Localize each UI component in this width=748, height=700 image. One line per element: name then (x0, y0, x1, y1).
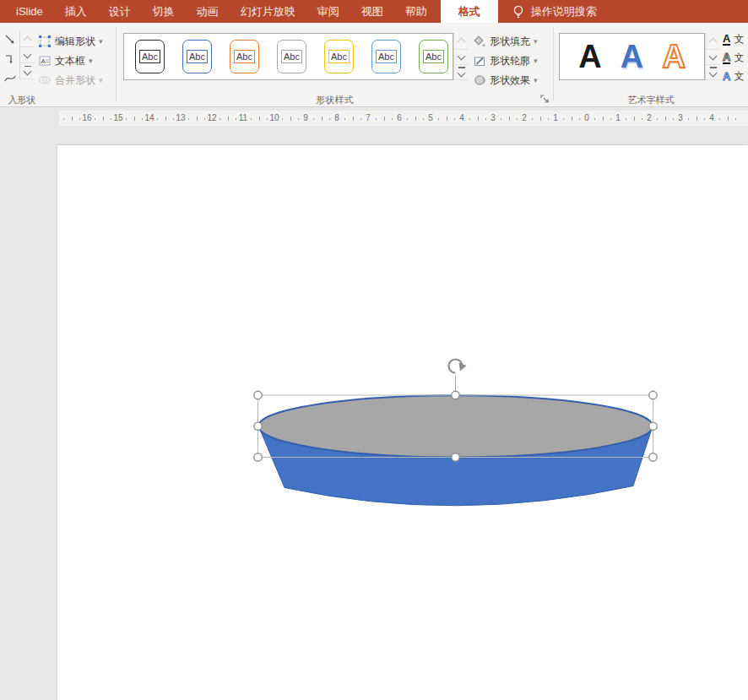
shape-style-preview-text: Abc (423, 50, 444, 63)
ruler-tick (165, 117, 166, 121)
shape-style-thumb-2[interactable]: Abc (182, 40, 212, 73)
shape-fill-icon (473, 35, 486, 48)
ruler-tick (103, 117, 104, 121)
ruler-tick (126, 118, 127, 120)
tab-format[interactable]: 格式 (441, 0, 498, 23)
menu-tab-2[interactable]: 设计 (98, 0, 142, 23)
ruler-tick (697, 117, 697, 121)
text-effects-icon: A (723, 71, 730, 82)
ruler-number: 0 (584, 111, 589, 126)
ruler-number: 4 (709, 111, 714, 126)
scroll-up-button[interactable] (20, 31, 35, 47)
menu-tab-islide[interactable]: iSlide (5, 0, 54, 23)
elbow-connector-icon[interactable] (3, 52, 17, 66)
tell-me-search[interactable]: 操作说明搜索 (512, 0, 597, 23)
wordart-group-label: 艺术字样式 (554, 94, 748, 106)
group-separator (553, 27, 554, 101)
ruler-tick (688, 118, 689, 120)
shape-style-thumb-3[interactable]: Abc (230, 40, 259, 73)
wordart-style-black[interactable]: A (578, 41, 601, 73)
shape-styles-group-label: 形状样式 (118, 94, 551, 106)
ruler-number: 14 (144, 111, 154, 126)
gallery-more-button[interactable] (454, 65, 469, 80)
gallery-more-button[interactable] (706, 65, 720, 80)
text-effects-button[interactable]: A文 (723, 68, 748, 84)
ribbon-tabs-bar: iSlide插入设计切换动画幻灯片放映审阅视图帮助 格式 操作说明搜索 (0, 0, 748, 23)
shape-fill-button[interactable]: 形状填充 ▾ (473, 33, 538, 50)
scroll-down-button[interactable] (20, 47, 35, 63)
ruler-tick (384, 117, 385, 121)
chevron-down-icon: ▾ (89, 57, 93, 65)
ruler-tick (673, 118, 674, 120)
shape-style-thumb-4[interactable]: Abc (277, 40, 306, 73)
scroll-up-button[interactable] (454, 33, 469, 50)
ruler-number: 1 (553, 111, 558, 126)
shape-style-preview-text: Abc (139, 50, 160, 63)
ruler-tick (485, 118, 486, 120)
ruler-tick (298, 118, 299, 120)
ruler-tick (540, 117, 541, 121)
menu-tab-5[interactable]: 幻灯片放映 (230, 0, 306, 23)
edit-shape-icon (38, 35, 51, 48)
ruler-tick (313, 118, 314, 120)
shape-effects-label: 形状效果 (490, 73, 530, 88)
edit-shape-button[interactable]: 编辑形状 ▾ (38, 33, 103, 50)
gallery-more-button[interactable] (20, 63, 35, 79)
ruler-tick (267, 118, 268, 120)
ruler-tick (548, 118, 549, 120)
ruler-tick (447, 117, 447, 121)
ruler-tick (626, 118, 626, 120)
ruler-tick (111, 118, 111, 120)
ruler-number: 15 (113, 111, 122, 126)
text-outline-label: 文 (734, 51, 744, 65)
ruler-tick (204, 118, 205, 120)
menu-tabs: iSlide插入设计切换动画幻灯片放映审阅视图帮助 (5, 0, 438, 23)
menu-tab-6[interactable]: 审阅 (306, 0, 350, 23)
ruler-tick (157, 118, 158, 120)
menu-tab-1[interactable]: 插入 (54, 0, 98, 23)
text-outline-button[interactable]: A文 (723, 50, 748, 66)
ruler-tick (251, 118, 252, 120)
curve-icon[interactable] (3, 72, 17, 85)
ruler-tick (572, 117, 572, 121)
shape-style-thumb-7[interactable]: Abc (419, 40, 448, 73)
wordart-scroll (705, 33, 720, 80)
chevron-down-icon (458, 52, 466, 61)
ruler-tick (634, 117, 635, 121)
shape-effects-button[interactable]: 形状效果 ▾ (473, 72, 538, 89)
wordart-style-blue[interactable]: A (621, 41, 643, 73)
shape-style-thumb-5[interactable]: Abc (324, 40, 354, 73)
ruler-number: 8 (334, 111, 339, 126)
scroll-up-button[interactable] (706, 33, 720, 50)
chevron-down-icon (458, 68, 466, 77)
ruler-tick (236, 118, 236, 120)
scroll-down-button[interactable] (454, 50, 469, 66)
scroll-down-button[interactable] (706, 50, 720, 66)
line-arrow-icon[interactable] (3, 33, 17, 46)
menu-tab-8[interactable]: 帮助 (394, 0, 438, 23)
ruler-tick (376, 118, 377, 120)
ruler-number: 7 (366, 111, 371, 126)
ruler-tick (282, 118, 283, 120)
ruler-number: 9 (303, 111, 308, 126)
text-fill-button[interactable]: A文 (723, 31, 748, 47)
shape-outline-label: 形状轮廓 (490, 54, 530, 68)
shape-styles-dialog-launcher[interactable] (539, 94, 551, 106)
ruler-number: 2 (522, 111, 527, 126)
ruler-tick (478, 117, 479, 121)
slide-canvas[interactable] (57, 145, 748, 700)
ruler-tick (392, 118, 393, 120)
ruler-tick (603, 117, 604, 121)
shape-style-thumb-6[interactable]: Abc (371, 40, 401, 73)
text-outline-icon: A (723, 52, 730, 64)
menu-tab-4[interactable]: 动画 (186, 0, 230, 23)
shape-style-thumb-1[interactable]: Abc (135, 40, 165, 73)
edit-shape-label: 编辑形状 (55, 35, 95, 49)
ruler-tick (290, 117, 291, 121)
text-box-button[interactable]: A 文本框 ▾ (38, 52, 93, 69)
wordart-style-orange-outline[interactable]: A (662, 41, 685, 73)
menu-tab-7[interactable]: 视图 (350, 0, 394, 23)
shape-outline-button[interactable]: 形状轮廓 ▾ (473, 52, 538, 69)
menu-tab-3[interactable]: 切换 (142, 0, 186, 23)
ruler-tick (79, 118, 80, 120)
